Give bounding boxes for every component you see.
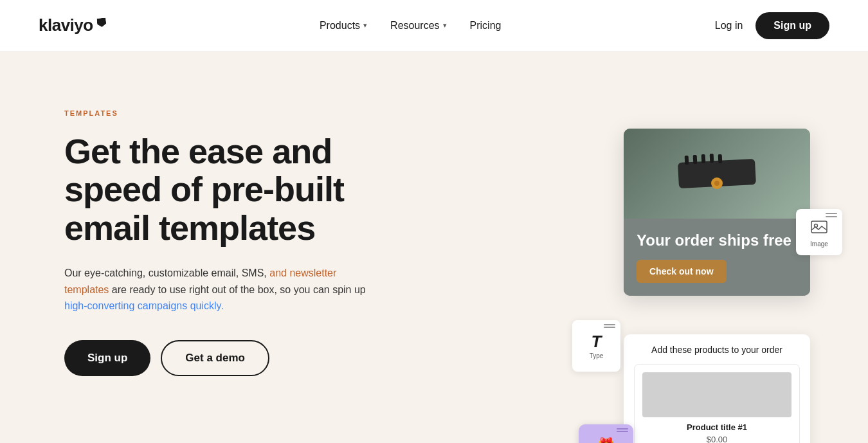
product-image-placeholder [642,372,791,417]
logo-text: klaviyo [39,15,93,35]
widget-lines [826,213,837,217]
product-price: $0.00 [642,435,791,443]
hero-left: TEMPLATES Get the ease and speed of pre-… [64,90,399,376]
chevron-down-icon: ▾ [363,21,367,30]
svg-rect-4 [710,154,714,163]
widget-image: Image [796,209,842,255]
widget-line [604,327,615,328]
nav-resources[interactable]: Resources ▾ [390,20,446,32]
hero-desc-text2: are ready to use right out of the box, s… [109,284,365,295]
signup-nav-button[interactable]: Sign up [755,12,829,39]
widget-line [604,324,615,325]
product-box-icon: 🎁 [597,437,615,444]
hero-title: Get the ease and speed of pre-built emai… [64,132,399,247]
nav-products-label: Products [320,20,360,32]
widget-line [826,213,837,214]
widget-product-lines [617,428,628,432]
hero-mockup: Your order ships free Check out now Add … [572,71,842,443]
demo-button[interactable]: Get a demo [161,340,269,376]
email-card-body: Your order ships free Check out now [624,219,810,296]
login-button[interactable]: Log in [715,20,743,32]
product-card: Product title #1 $0.00 Buy now [634,364,800,443]
hero-description: Our eye-catching, customizable email, SM… [64,265,366,314]
widget-type-lines [604,324,615,328]
svg-rect-3 [701,154,706,163]
navbar: klaviyo Products ▾ Resources ▾ Pricing L… [0,0,868,51]
svg-point-7 [714,181,719,186]
hero-section: TEMPLATES Get the ease and speed of pre-… [0,51,868,443]
widget-line [826,216,837,217]
widget-image-label: Image [810,240,828,248]
section-label: TEMPLATES [64,109,399,117]
product-name: Product title #1 [642,422,791,432]
nav-right: Log in Sign up [715,12,829,39]
svg-rect-1 [685,156,689,165]
logo[interactable]: klaviyo [39,15,106,35]
widget-product: 🎁 Product [579,424,633,443]
checkout-button[interactable]: Check out now [637,260,727,283]
svg-rect-5 [718,154,723,163]
svg-rect-2 [693,155,698,164]
nav-resources-label: Resources [390,20,439,32]
nav-center: Products ▾ Resources ▾ Pricing [320,20,502,32]
email-card-main: Your order ships free Check out now [624,129,810,296]
hero-desc-link-campaigns[interactable]: high-converting campaigns quickly. [64,300,224,311]
email-products-card: Add these products to your order Product… [624,334,810,443]
widget-type-label: Type [590,352,604,359]
nav-pricing-label: Pricing [470,20,502,32]
svg-rect-8 [811,221,827,233]
email-banner-title: Your order ships free [637,231,797,249]
hero-buttons: Sign up Get a demo [64,340,399,376]
widget-type: T Type [572,320,620,372]
logo-flag-icon [96,17,106,27]
chevron-down-icon: ▾ [443,21,447,30]
products-card-title: Add these products to your order [634,345,800,355]
image-icon [809,217,829,238]
pedal-illustration [675,148,759,199]
nav-pricing[interactable]: Pricing [470,20,502,32]
text-type-icon: T [592,333,602,350]
nav-products[interactable]: Products ▾ [320,20,367,32]
email-card-image [624,129,810,219]
widget-line [617,428,628,429]
hero-desc-text: Our eye-catching, customizable email, SM… [64,267,269,278]
widget-line [617,431,628,432]
signup-hero-button[interactable]: Sign up [64,340,150,376]
